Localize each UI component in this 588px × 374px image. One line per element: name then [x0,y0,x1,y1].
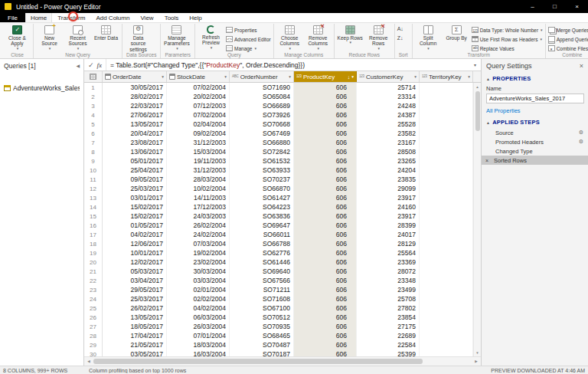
row-number[interactable]: 17 [84,230,103,239]
cell[interactable]: 12/06/2017 [103,239,167,248]
cell[interactable]: SO67566 [230,276,294,285]
cell[interactable]: 15/03/2004 [167,147,230,156]
cell[interactable] [420,258,473,267]
menu-tab-view[interactable]: View [135,13,158,22]
row-number[interactable]: 7 [84,138,103,147]
cell[interactable]: 606 [294,193,357,202]
filter-icon[interactable]: ▾ [289,74,291,79]
cell[interactable]: SO71211 [230,285,294,294]
cell[interactable]: 13/06/2017 [103,147,167,156]
row-number[interactable]: 1 [84,83,103,92]
cell[interactable]: 04/02/2017 [103,230,167,239]
cell[interactable]: 24204 [357,166,420,175]
cell[interactable]: SO66689 [230,101,294,110]
cell[interactable]: 26/03/2004 [167,322,230,331]
menu-tab-home[interactable]: Home [25,13,52,22]
cell[interactable]: 25/03/2017 [103,184,167,193]
cell[interactable]: 25399 [357,349,420,356]
cell[interactable]: 30/03/2004 [167,267,230,276]
column-header-customerkey[interactable]: 123CustomerKey▾ [357,71,420,82]
row-number[interactable]: 3 [84,101,103,110]
cell[interactable]: 18/03/2004 [167,340,230,349]
cell[interactable]: 21/05/2017 [103,340,167,349]
cell[interactable]: 606 [294,166,357,175]
cell[interactable]: 03/03/2004 [167,276,230,285]
cell[interactable]: 31/12/2003 [167,138,230,147]
cell[interactable] [420,322,473,331]
filter-icon[interactable]: ▾ [224,74,227,79]
cell[interactable] [420,340,473,349]
number-type-icon[interactable]: 123 [359,75,364,79]
filter-icon[interactable]: ▾ [468,74,470,79]
cell[interactable]: 23917 [357,193,420,202]
cell[interactable]: 06/03/2004 [167,313,230,322]
cell[interactable] [420,110,473,120]
cell[interactable]: 606 [294,294,357,303]
row-number[interactable]: 24 [84,294,103,303]
cell[interactable] [420,202,473,212]
cell[interactable]: 23265 [357,156,420,166]
row-number[interactable]: 18 [84,239,103,248]
cell[interactable]: 20/04/2017 [103,129,167,138]
cell[interactable] [420,212,473,221]
cell[interactable]: 25714 [357,83,420,92]
column-header-territorykey[interactable]: 123TerritoryKey▾ [420,71,473,82]
text-type-icon[interactable]: ABC [232,75,239,79]
column-header-productkey[interactable]: 123ProductKey↓▾ [294,71,357,82]
cell[interactable]: 24248 [357,101,420,110]
cell[interactable]: SO71608 [230,294,294,303]
scroll-right-icon[interactable]: ▶ [472,359,481,363]
row-number[interactable]: 20 [84,258,103,267]
cell[interactable]: 15/02/2017 [103,202,167,212]
row-number[interactable]: 5 [84,120,103,129]
cell[interactable]: SO69647 [230,221,294,230]
cell[interactable]: 17/12/2003 [167,202,230,212]
cell[interactable]: 606 [294,147,357,156]
filter-icon[interactable]: ▾ [414,74,416,79]
cell[interactable]: 606 [294,138,357,147]
cell[interactable]: 606 [294,248,357,258]
cell[interactable]: 23/08/2017 [103,138,167,147]
query-list-item[interactable]: AdventureWorks_Sales_2... [0,83,83,94]
cell[interactable]: 15/02/2017 [103,212,167,221]
cell[interactable]: 24017 [357,230,420,239]
vertical-scroll-thumb[interactable] [475,91,480,131]
row-number[interactable]: 27 [84,322,103,331]
sort-descending-icon-button[interactable] [397,35,407,43]
cell[interactable]: 10/02/2004 [167,184,230,193]
cell[interactable]: 07/03/2004 [167,239,230,248]
cell[interactable]: 606 [294,202,357,212]
close-pane-icon[interactable]: × [580,62,583,70]
cell[interactable]: 23582 [357,129,420,138]
cell[interactable]: 22584 [357,340,420,349]
cell[interactable]: 606 [294,184,357,193]
row-number[interactable]: 22 [84,276,103,285]
query-name-input[interactable] [486,94,584,103]
number-type-icon[interactable]: 123 [296,75,302,79]
cell[interactable]: 28508 [357,147,420,156]
select-all-corner[interactable] [84,71,103,82]
applied-step-promoted-headers[interactable]: Promoted Headers⚙ [482,137,588,146]
row-number[interactable]: 15 [84,212,103,221]
cell[interactable] [420,331,473,340]
cell[interactable]: 25528 [357,120,420,129]
scroll-left-icon[interactable]: ◀ [84,359,93,363]
remove-rows-button[interactable]: Remove Rows▾ [365,25,392,51]
fx-icon[interactable]: fx [97,61,103,69]
cell[interactable]: 27175 [357,322,420,331]
cell[interactable]: SO63933 [230,166,294,175]
remove-columns-button[interactable]: Remove Columns▾ [305,25,332,51]
delete-step-icon[interactable]: × [485,158,494,163]
cell[interactable]: SO66870 [230,184,294,193]
cell[interactable] [420,313,473,322]
cell[interactable] [420,120,473,129]
commit-formula-icon[interactable]: ✓ [88,61,94,69]
cell[interactable]: 10/01/2017 [103,248,167,258]
row-number[interactable]: 26 [84,313,103,322]
cell[interactable]: 606 [294,303,357,313]
row-number[interactable]: 29 [84,340,103,349]
cell[interactable]: 17/04/2017 [103,331,167,340]
cell[interactable]: 606 [294,212,357,221]
cell[interactable]: 07/12/2003 [167,101,230,110]
cell[interactable]: 606 [294,276,357,285]
